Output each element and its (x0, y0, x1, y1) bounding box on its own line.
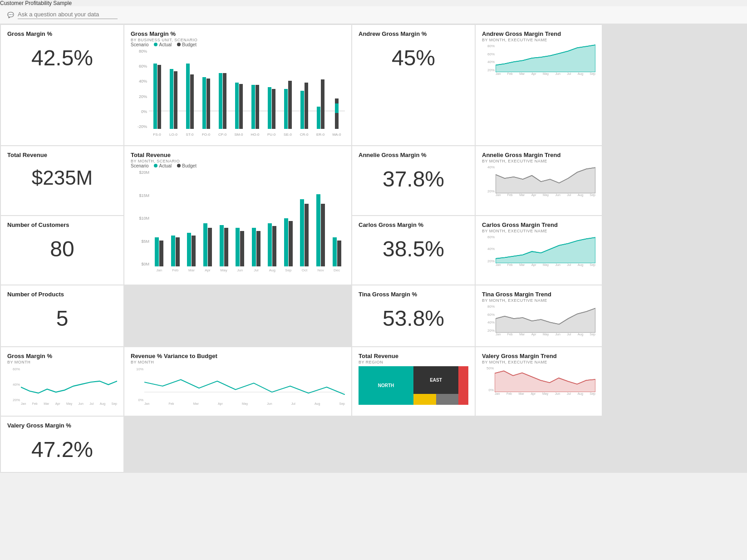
qa-bar[interactable]: 💬 (0, 6, 747, 24)
tina-gm-card: Tina Gross Margin % 53.8% (352, 285, 475, 346)
carlos-gm-card: Carlos Gross Margin % 38.5% (352, 216, 475, 285)
andrew-gm-card: Andrew Gross Margin % 45% (352, 25, 475, 145)
app-header: Customer Profitability Sample (0, 0, 747, 6)
rev-bars (151, 170, 345, 266)
valery-row: Valery Gross Margin % 47.2% (0, 417, 747, 473)
andrew-trend-subtitle: BY MONTH, EXECUTIVE NAME (482, 38, 595, 42)
rev-apr (200, 170, 216, 266)
bar-group-ma0 (329, 49, 345, 129)
num-products-value: 5 (7, 298, 117, 335)
yellow-block (413, 394, 436, 405)
andrew-gm-value: 45% (359, 37, 468, 75)
bottom-row: Gross Margin % BY MONTH 60%40%20% JanFeb… (0, 347, 747, 417)
rev-sep (280, 170, 297, 266)
andrew-trend-title: Andrew Gross Margin Trend (482, 30, 595, 37)
bar-group-pu0 (263, 49, 280, 129)
bar-group-er0 (312, 49, 329, 129)
bar-group-se0 (280, 49, 296, 129)
valery-gm-bottom-card: Valery Gross Margin % 47.2% (1, 417, 123, 472)
gm-month-bottom-title: Gross Margin % (7, 353, 117, 359)
total-revenue-card: Total Revenue $235M (1, 146, 123, 215)
total-rev-region-bottom-card: Total Revenue BY REGION NORTH EAST (352, 347, 475, 416)
east-label: EAST (413, 366, 458, 394)
svg-marker-2 (496, 237, 595, 263)
valery-trend-bottom-title: Valery Gross Margin Trend (482, 353, 595, 359)
gross-margin-bu-subtitle: BY BUSINESS UNIT, SCENARIO (131, 38, 345, 42)
tina-gm-title: Tina Gross Margin % (359, 291, 468, 298)
gross-margin-pct-card: Gross Margin % 42.5% (1, 25, 123, 145)
carlos-trend-subtitle: BY MONTH, EXECUTIVE NAME (482, 229, 595, 233)
annelie-gm-card: Annelie Gross Margin % 37.8% (352, 146, 475, 215)
scenario-label: Scenario (131, 42, 148, 47)
annelie-trend-card: Annelie Gross Margin Trend BY MONTH, EXE… (476, 146, 602, 215)
total-revenue-title: Total Revenue (7, 152, 117, 158)
bu-bars (149, 49, 345, 129)
andrew-gm-title: Andrew Gross Margin % (359, 30, 468, 37)
carlos-trend-card: Carlos Gross Margin Trend BY MONTH, EXEC… (476, 216, 602, 285)
rev-var-bottom-title: Revenue % Variance to Budget (131, 353, 345, 359)
bar-group-st0 (182, 49, 198, 129)
rev-aug (264, 170, 280, 266)
tina-trend-chart: 80%60%40%20% JanFebMar AprMayJun JulAugS… (482, 305, 595, 341)
rev-dec (329, 170, 345, 266)
total-rev-region-bottom-title: Total Revenue (359, 353, 468, 359)
total-rev-month-title: Total Revenue (131, 152, 345, 158)
gm-month-bottom-subtitle: BY MONTH (7, 360, 117, 364)
total-rev-region-bottom-subtitle: BY REGION (359, 360, 468, 364)
rev-jul (248, 170, 264, 266)
tina-gm-value: 53.8% (359, 298, 468, 335)
rev-var-bottom-card: Revenue % Variance to Budget BY MONTH 10… (124, 347, 351, 416)
bar-group-cr0 (296, 49, 312, 129)
actual-legend: Actual (154, 42, 172, 47)
bu-x-labels: FS-0 LO-0 ST-0 FO-0 CP-0 SM-0 HO-0 PU-0 … (149, 129, 345, 140)
annelie-trend-subtitle: BY MONTH, EXECUTIVE NAME (482, 159, 595, 163)
svg-marker-0 (496, 45, 595, 72)
gross-margin-bu-title: Gross Margin % (131, 30, 345, 37)
valery-section: Valery Gross Margin Trend BY MONTH, EXEC… (476, 347, 602, 416)
valery-gm-bottom-value: 47.2% (7, 429, 117, 467)
bu-y-axis: 80%60%40%20%0%-20% (131, 49, 149, 129)
bar-group-fs0 (149, 49, 165, 129)
num-customers-card: Number of Customers 80 (1, 216, 123, 285)
tina-trend-title: Tina Gross Margin Trend (482, 291, 595, 298)
total-rev-month-card: Total Revenue BY MONTH, SCENARIO Scenari… (124, 146, 351, 285)
bar-group-sm0 (231, 49, 247, 129)
gross-margin-bu-card: Gross Margin % BY BUSINESS UNIT, SCENARI… (124, 25, 351, 145)
valery-gm-bottom-title: Valery Gross Margin % (7, 422, 117, 429)
dashboard: Gross Margin % 42.5% Gross Margin % BY B… (0, 24, 747, 347)
num-customers-title: Number of Customers (7, 221, 117, 228)
valery-trend-bottom-card: Valery Gross Margin Trend BY MONTH, EXEC… (476, 347, 602, 416)
total-revenue-value: $235M (7, 158, 117, 194)
bar-group-ho0 (247, 49, 263, 129)
gross-margin-pct-value: 42.5% (7, 37, 117, 75)
bar-group-lo0 (165, 49, 182, 129)
num-customers-value: 80 (7, 228, 117, 266)
gross-margin-pct-title: Gross Margin % (7, 30, 117, 37)
rev-mar (183, 170, 200, 266)
qa-input[interactable] (18, 11, 118, 19)
bar-group-cp0 (214, 49, 231, 129)
gm-month-bottom-card: Gross Margin % BY MONTH 60%40%20% JanFeb… (1, 347, 123, 416)
carlos-trend-chart: 60%40%20% JanFebMar AprMayJun JulAugSep (482, 235, 595, 271)
tina-trend-subtitle: BY MONTH, EXECUTIVE NAME (482, 298, 595, 303)
gray-block (436, 394, 459, 405)
rev-jun (232, 170, 248, 266)
rev-jan (151, 170, 167, 266)
rev-feb (167, 170, 184, 266)
carlos-trend-title: Carlos Gross Margin Trend (482, 221, 595, 228)
rev-month-chart: $20M$15M$10M$5M$0M (131, 170, 345, 279)
total-rev-month-subtitle: BY MONTH, SCENARIO (131, 159, 345, 163)
annelie-gm-title: Annelie Gross Margin % (359, 152, 468, 158)
bar-group-fo0 (198, 49, 214, 129)
rev-oct (296, 170, 313, 266)
andrew-trend-chart: 80%60%40%20% JanFebMar AprMayJun JulAugS… (482, 44, 595, 80)
valery-trend-bottom-subtitle: BY MONTH, EXECUTIVE NAME (482, 360, 595, 364)
rev-month-legend: Scenario Actual Budget (131, 163, 345, 168)
carlos-gm-value: 38.5% (359, 228, 468, 266)
bu-bar-chart: 80%60%40%20%0%-20% (131, 49, 345, 140)
annelie-trend-title: Annelie Gross Margin Trend (482, 152, 595, 158)
carlos-gm-title: Carlos Gross Margin % (359, 221, 468, 228)
annelie-gm-value: 37.8% (359, 158, 468, 196)
red-block (458, 366, 468, 405)
annelie-trend-chart: 40%20% JanFebMar AprMayJun JulAugSep (482, 165, 595, 201)
